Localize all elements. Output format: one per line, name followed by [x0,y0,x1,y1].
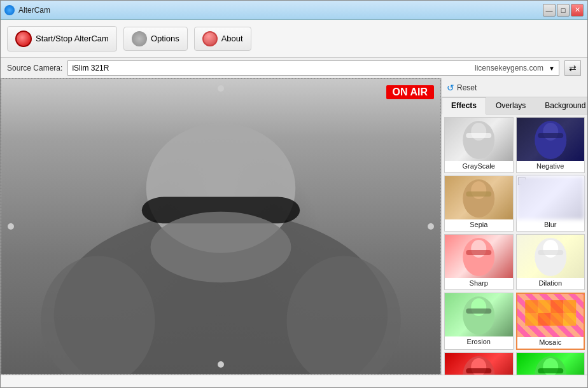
tabs-row: Effects Overlays Background [442,97,587,114]
main-area: ON AIR ↺ Reset Effects [1,78,587,375]
reset-icon: ↺ [447,83,454,93]
sharp-thumb [445,235,513,278]
minimize-button[interactable]: — [543,4,556,17]
svg-point-3 [151,212,291,282]
svg-rect-11 [538,133,563,138]
main-window: AlterCam — □ ✕ Start/Stop AlterCam Optio… [0,0,588,388]
effect-sharp[interactable]: Sharp [444,234,514,290]
grayscale-thumb [445,118,513,161]
sepia-thumb [445,176,513,219]
svg-rect-17 [466,250,491,255]
svg-rect-29 [538,313,550,326]
svg-rect-37 [538,368,563,373]
effect-mosaic[interactable]: Mosaic [516,293,585,350]
svg-rect-8 [466,133,491,138]
status-bar [1,375,587,387]
tab-overlays[interactable]: Overlays [486,97,535,114]
effects-grid: GrayScale Negative [442,114,587,375]
source-bar: Source Camera: iSlim 321R licensekeygens… [1,58,587,78]
redworld-thumb [445,353,513,375]
video-feed: ON AIR [1,79,440,374]
effect-grayscale[interactable]: GrayScale [444,117,514,173]
source-label: Source Camera: [7,64,62,73]
effect-erosion[interactable]: Erosion [444,293,514,350]
erosion-label: Erosion [467,336,491,347]
mosaic-label: Mosaic [539,337,561,347]
erosion-thumb [445,293,513,336]
title-bar: AlterCam — □ ✕ [1,1,587,20]
svg-rect-20 [538,250,563,255]
start-stop-label: Start/Stop AlterCam [36,34,109,43]
svg-rect-24 [525,300,538,313]
start-stop-button[interactable]: Start/Stop AlterCam [7,26,117,52]
window-controls: — □ ✕ [543,4,584,17]
about-button[interactable]: About [194,27,251,51]
svg-rect-30 [550,313,563,326]
grayscale-label: GrayScale [463,161,495,171]
reset-button[interactable]: ↺ Reset [447,83,477,93]
svg-rect-27 [563,300,576,313]
bottom-handle [218,361,224,368]
svg-rect-28 [525,313,538,326]
maximize-button[interactable]: □ [557,4,570,17]
dilation-label: Dilation [538,278,562,288]
video-overlay [1,79,440,374]
sepia-label: Sepia [470,219,487,230]
blur-label: Blur [544,219,557,230]
dilation-thumb [517,235,585,278]
effect-negative[interactable]: Negative [516,117,585,173]
top-handle [218,85,224,92]
effect-sepia[interactable]: Sepia [444,176,514,232]
about-label: About [221,34,243,43]
effect-blur[interactable]: Blur [516,176,585,232]
sharp-label: Sharp [470,278,488,288]
reset-bar: ↺ Reset [442,78,587,97]
negative-thumb [517,118,585,161]
camera-selector[interactable]: iSlim 321R licensekeygens.com ▼ [67,60,559,76]
start-stop-icon [15,31,32,47]
window-title: AlterCam [18,6,543,15]
tab-effects[interactable]: Effects [442,97,486,114]
flip-icon: ⇄ [569,63,577,73]
svg-rect-14 [466,191,491,197]
right-panel: ↺ Reset Effects Overlays Background [441,78,587,375]
close-button[interactable]: ✕ [571,4,584,17]
toolbar: Start/Stop AlterCam Options About [1,20,587,58]
video-area: ON AIR [1,78,441,375]
options-button[interactable]: Options [123,27,188,51]
dropdown-arrow-icon: ▼ [549,65,555,72]
camera-name: iSlim 321R [72,64,109,73]
app-icon [4,5,15,15]
svg-rect-34 [466,368,491,373]
left-handle [8,223,14,230]
flip-button[interactable]: ⇄ [564,60,581,76]
tab-background[interactable]: Background [535,97,587,114]
gear-icon [132,31,147,46]
svg-rect-23 [466,308,491,314]
on-air-badge: ON AIR [386,85,434,99]
svg-rect-25 [538,300,550,313]
svg-rect-26 [550,300,563,313]
reset-label: Reset [457,83,477,92]
effect-greenworld[interactable]: Green World [516,352,585,375]
effect-redworld[interactable]: Red World [444,352,514,375]
effect-dilation[interactable]: Dilation [516,234,585,290]
about-icon [202,31,218,46]
greenworld-thumb [517,353,585,375]
right-handle [428,223,434,230]
svg-rect-31 [563,313,576,326]
negative-label: Negative [536,161,564,171]
options-label: Options [151,34,179,43]
blur-thumb [517,176,585,219]
mosaic-thumb [517,294,584,337]
camera-watermark: licensekeygens.com [475,64,543,73]
